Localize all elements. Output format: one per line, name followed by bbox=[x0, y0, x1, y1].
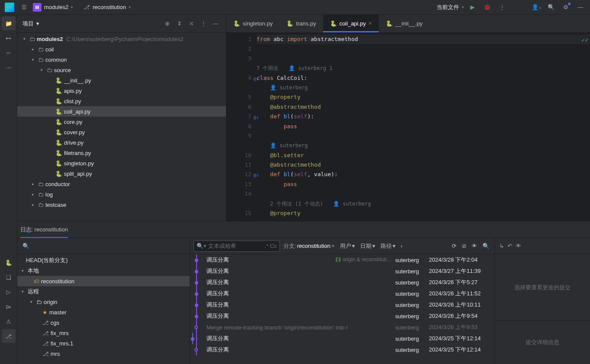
settings-icon[interactable]: ⚙ bbox=[560, 1, 572, 13]
tree-file-selected[interactable]: 🐍coil_api.py bbox=[17, 106, 226, 117]
detail-placeholder: 选择要查看更改的提交 bbox=[495, 254, 590, 321]
filter-input[interactable]: 🔍▾ 文本或哈希 .* Cc bbox=[193, 241, 280, 252]
revert-icon[interactable]: ↶ bbox=[508, 243, 512, 249]
branch-item[interactable]: ⎇mrs bbox=[17, 348, 190, 359]
tree-file[interactable]: 🐍split_api.py bbox=[17, 168, 226, 179]
branch-tree[interactable]: HEAD(当前分支) ▾本地 🏷reconstitution ▾远程 ▾🗀ori… bbox=[17, 254, 190, 364]
tree-root[interactable]: ▾🗀 modules2 C:\Users\suterberg\PycharmPr… bbox=[17, 34, 226, 44]
commit-row[interactable]: 调压分离suterberg2024/3/27 上午11:39 bbox=[190, 266, 495, 277]
search-icon[interactable]: 🔍 bbox=[22, 243, 29, 249]
select-opened-icon[interactable]: ⊕ bbox=[162, 19, 172, 29]
tree-file[interactable]: 🐍filetrans.py bbox=[17, 148, 226, 158]
tree-file[interactable]: 🐍__init__.py bbox=[17, 75, 226, 85]
tree-folder[interactable]: ▸🗀log bbox=[17, 189, 226, 199]
terminal-icon[interactable]: ⌲ bbox=[2, 300, 16, 313]
branch-item[interactable]: ⎇fix_mrs bbox=[17, 328, 190, 338]
code-body[interactable]: from abc import abstractmethod 7 个用法 👤 s… bbox=[257, 33, 590, 221]
head-row[interactable]: HEAD(当前分支) bbox=[17, 255, 190, 266]
clear-icon[interactable]: × bbox=[331, 243, 335, 249]
tree-file[interactable]: 🐍clist.py bbox=[17, 96, 226, 106]
services-icon[interactable]: ▷ bbox=[2, 285, 16, 299]
branch-item[interactable]: ⎇fix_mrs.1 bbox=[17, 338, 190, 348]
tab-init[interactable]: 🐍__init__.py bbox=[379, 14, 429, 32]
run-config-label[interactable]: 当前文件 bbox=[437, 3, 459, 11]
eye-icon[interactable]: 👁 bbox=[470, 241, 479, 252]
commit-row[interactable]: 调压分离 ⟪⟫ origin & reconstituti…suterberg2… bbox=[190, 254, 495, 266]
usages-hint[interactable]: 7 个用法 bbox=[257, 65, 278, 71]
project-badge[interactable]: M bbox=[33, 3, 41, 12]
tree-folder[interactable]: ▸🗀coil bbox=[17, 44, 226, 54]
expand-all-icon[interactable]: ⇕ bbox=[174, 19, 184, 29]
commit-tool-button[interactable]: ⊷ bbox=[2, 31, 16, 45]
usages-hint[interactable]: 2 个用法 (1 个动态) bbox=[270, 201, 323, 207]
chevron-down-icon[interactable]: ▾ bbox=[462, 5, 464, 9]
app-logo[interactable]: PC bbox=[3, 1, 16, 13]
preview-icon[interactable]: 👁 bbox=[516, 243, 521, 249]
commit-row[interactable]: 调压分离suterberg2024/3/26 下午5:27 bbox=[190, 277, 495, 288]
options-icon[interactable]: ⋮ bbox=[198, 19, 209, 29]
structure-tool-button[interactable]: ▫▫ bbox=[2, 46, 16, 60]
minimize-icon[interactable]: — bbox=[574, 1, 587, 13]
tree-folder[interactable]: ▾🗀common bbox=[17, 54, 226, 65]
chevron-down-icon[interactable]: ▾ bbox=[71, 5, 73, 9]
tree-file[interactable]: 🐍drive.py bbox=[17, 137, 226, 148]
tree-folder[interactable]: ▸🗀conductor bbox=[17, 179, 226, 189]
close-tab-icon[interactable]: × bbox=[368, 20, 372, 27]
search-icon[interactable]: 🔍 bbox=[545, 1, 557, 13]
commit-row[interactable]: 调压分离suterberg2024/3/25 下午12:14 bbox=[190, 333, 495, 344]
commit-row[interactable]: 调压分离suterberg2024/3/26 上午11:52 bbox=[190, 288, 495, 299]
collapse-all-icon[interactable]: ⤫ bbox=[186, 19, 197, 29]
tab-coil-api[interactable]: 🐍coil_api.py× bbox=[323, 14, 379, 32]
code-with-me-icon[interactable]: 👤₊ bbox=[530, 1, 542, 13]
python-console-icon[interactable]: 🐍 bbox=[2, 256, 16, 269]
project-tool-button[interactable]: 📁 bbox=[2, 16, 16, 30]
tree-folder[interactable]: ▾🗀source bbox=[17, 65, 226, 75]
commit-row[interactable]: 调压分离suterberg2024/3/26 上午10:11 bbox=[190, 299, 495, 310]
chevron-down-icon[interactable]: ▾ bbox=[36, 20, 39, 27]
run-button[interactable]: ▶ bbox=[466, 1, 479, 13]
tree-folder[interactable]: ▸🗀testcase bbox=[17, 199, 226, 210]
git-tool-button[interactable]: ⎇ bbox=[2, 329, 16, 343]
tree-icon[interactable]: ↳ bbox=[499, 243, 504, 249]
cherry-pick-icon[interactable]: ⊘ bbox=[460, 241, 468, 252]
branch-filter[interactable]: 分支: reconstitution × bbox=[282, 241, 336, 252]
tree-file[interactable]: 🐍cover.py bbox=[17, 127, 226, 137]
next-icon[interactable]: › bbox=[399, 241, 404, 252]
debug-button[interactable]: 🐞 bbox=[481, 1, 493, 13]
packages-icon[interactable]: ❏ bbox=[2, 270, 16, 284]
more-tools-icon[interactable]: ⋯ bbox=[2, 60, 16, 74]
hide-panel-icon[interactable]: — bbox=[210, 19, 221, 29]
tree-file[interactable]: 🐍apis.py bbox=[17, 85, 226, 96]
case-toggle[interactable]: Cc bbox=[270, 243, 277, 249]
commit-row[interactable]: Merge remote-tracking branch 'origin/rec… bbox=[190, 322, 495, 333]
chevron-down-icon[interactable]: ▾ bbox=[129, 5, 131, 9]
refresh-icon[interactable]: ⟳ bbox=[450, 241, 458, 252]
main-menu-icon[interactable]: ☰ bbox=[18, 1, 30, 13]
commit-list[interactable]: 调压分离 ⟪⟫ origin & reconstituti…suterberg2… bbox=[190, 254, 495, 364]
branch-item[interactable]: ⎇cgs bbox=[17, 317, 190, 328]
tab-trans[interactable]: 🐍trans.py bbox=[279, 14, 323, 32]
tab-singleton[interactable]: 🐍singleton.py bbox=[226, 14, 279, 32]
remote-group[interactable]: ▾远程 bbox=[17, 286, 190, 297]
tree-file[interactable]: 🐍core.py bbox=[17, 117, 226, 127]
local-group[interactable]: ▾本地 bbox=[17, 266, 190, 276]
code-editor[interactable]: 1 2 3 4@↓ 5 6 7@↓ 8 9 10 11 12@↓ 13 14 1… bbox=[226, 33, 590, 221]
branch-item[interactable]: ★master bbox=[17, 307, 190, 317]
project-name[interactable]: modules2 bbox=[44, 4, 68, 10]
path-filter[interactable]: 路径▾ bbox=[379, 241, 397, 252]
commit-row[interactable]: 调压分离suterberg2024/3/25 下午12:14 bbox=[190, 344, 495, 355]
origin-group[interactable]: ▾🗀origin bbox=[17, 297, 190, 307]
branch-name[interactable]: reconstitution bbox=[92, 4, 126, 10]
date-filter[interactable]: 日期▾ bbox=[358, 241, 377, 252]
project-tree[interactable]: ▾🗀 modules2 C:\Users\suterberg\PycharmPr… bbox=[17, 33, 226, 221]
user-filter[interactable]: 用户▾ bbox=[338, 241, 357, 252]
commit-row[interactable]: 调压分离suterberg2024/3/26 上午9:54 bbox=[190, 310, 495, 322]
find-icon[interactable]: 🔍 bbox=[481, 241, 491, 252]
tree-file[interactable]: 🐍singleton.py bbox=[17, 158, 226, 168]
more-icon[interactable]: ⋮ bbox=[496, 1, 508, 13]
problems-icon[interactable]: ⚠ bbox=[2, 314, 16, 328]
regex-toggle[interactable]: .* bbox=[264, 243, 268, 249]
git-log-tab[interactable]: 日志: reconstitution bbox=[20, 222, 68, 238]
inspections-ok-icon[interactable]: ✓✓ bbox=[581, 35, 588, 45]
branch-reconstitution[interactable]: 🏷reconstitution bbox=[17, 276, 190, 286]
